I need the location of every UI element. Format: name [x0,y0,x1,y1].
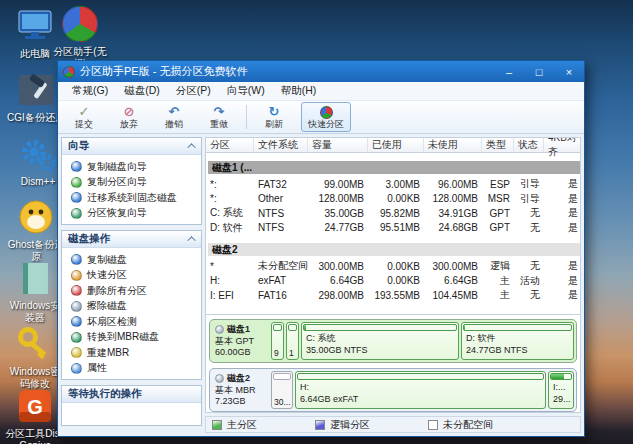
discard-button[interactable]: ⊘放弃 [111,102,147,132]
desktop-icon-diskgenius[interactable]: G分区工具DiskGenius [5,386,65,444]
sidebar-item-bad-sector-check[interactable]: 坏扇区检测 [64,314,199,330]
table-cell[interactable]: 24.68GB [424,221,482,236]
table-cell[interactable]: 是 [544,288,581,303]
sidebar-item-convert-to-mbr[interactable]: 转换到MBR磁盘 [64,330,199,346]
partition-block[interactable]: H:6.64GB exFAT [295,371,546,409]
table-cell[interactable]: 引导 [514,192,544,207]
table-cell[interactable]: 是 [544,259,581,274]
disk-group-row[interactable]: 磁盘1 (... [208,161,580,174]
table-cell[interactable]: 34.91GB [424,206,482,221]
column-header[interactable]: 未使用 [424,138,482,153]
table-cell[interactable]: 无 [514,259,544,274]
table-cell[interactable]: GPT [482,221,514,236]
column-header[interactable]: 容量 [308,138,368,153]
partition-block[interactable]: C: 系统35.00GB NTFS [301,322,459,360]
submit-button[interactable]: ✓提交 [66,102,102,132]
table-cell[interactable]: 逻辑 [482,259,514,274]
table-cell[interactable]: 6.64GB [308,274,368,289]
redo-button[interactable]: ↷重做 [201,102,237,132]
table-cell[interactable]: 0.00KB [368,259,424,274]
table-cell[interactable]: C: 系统 [206,206,254,221]
table-cell[interactable]: 193.55MB [368,288,424,303]
refresh-button[interactable]: ↻刷新 [256,102,292,132]
table-cell[interactable]: 无 [514,221,544,236]
table-cell[interactable]: 引导 [514,177,544,192]
table-cell[interactable]: 无 [514,206,544,221]
table-cell[interactable]: 104.45MB [424,288,482,303]
table-cell[interactable]: 99.00MB [308,177,368,192]
table-cell[interactable]: 是 [544,221,581,236]
menu-item[interactable]: 磁盘(D) [116,82,168,100]
disk-panel-磁盘1[interactable]: 磁盘1基本 GPT60.00GB91C: 系统35.00GB NTFSD: 软件… [209,319,577,363]
table-cell[interactable]: FAT16 [254,288,308,303]
table-cell[interactable]: NTFS [254,206,308,221]
desktop-icon-windows-installer[interactable]: Windows安装器 [5,258,65,323]
table-cell[interactable]: 6.64GB [424,274,482,289]
table-cell[interactable]: GPT [482,206,514,221]
table-cell[interactable]: 95.82MB [368,206,424,221]
table-cell[interactable]: 0.00KB [368,192,424,207]
column-header[interactable]: 4KB对齐 [544,138,581,153]
sidebar-item-copy-partition-wizard[interactable]: 复制分区向导 [64,175,199,191]
table-cell[interactable]: 无 [514,288,544,303]
menu-item[interactable]: 常规(G) [64,82,116,100]
table-cell[interactable]: I: EFI [206,288,254,303]
partition-block[interactable]: 30... [271,371,293,409]
column-header[interactable]: 状态 [514,138,544,153]
table-cell[interactable]: Other [254,192,308,207]
table-cell[interactable]: 活动 [514,274,544,289]
table-cell[interactable]: D: 软件 [206,221,254,236]
table-cell[interactable]: 96.00MB [424,177,482,192]
table-cell[interactable]: 128.00MB [308,192,368,207]
minimize-button[interactable]: – [494,61,524,82]
table-cell[interactable]: 3.00MB [368,177,424,192]
quick-partition-button[interactable]: 快速分区 [301,102,351,132]
table-cell[interactable]: ESP [482,177,514,192]
column-header[interactable]: 已使用 [368,138,424,153]
table-cell[interactable]: 是 [544,206,581,221]
table-cell[interactable]: 35.00GB [308,206,368,221]
menu-item[interactable]: 向导(W) [219,82,273,100]
table-cell[interactable]: 是 [544,177,581,192]
table-cell[interactable]: 是 [544,274,581,289]
table-cell[interactable]: *: [206,192,254,207]
sidebar-item-delete-all-partitions[interactable]: 删除所有分区 [64,283,199,299]
partition-block[interactable]: I:...29... [548,371,574,409]
partition-block[interactable]: D: 软件24.77GB NTFS [461,322,574,360]
disk-group-row[interactable]: 磁盘2 [208,243,580,256]
table-cell[interactable]: MSR [482,192,514,207]
pending-operations-list[interactable] [62,403,201,425]
partition-block[interactable]: 1 [286,322,299,360]
sidebar-item-quick-partition[interactable]: 快速分区 [64,268,199,284]
table-cell[interactable]: 298.00MB [308,288,368,303]
maximize-button[interactable]: □ [524,61,554,82]
sidebar-item-copy-disk[interactable]: 复制磁盘 [64,252,199,268]
menu-item[interactable]: 分区(P) [168,82,219,100]
table-cell[interactable]: FAT32 [254,177,308,192]
desktop-icon-windows-password[interactable]: Windows密码修改 [5,324,65,389]
sidebar-item-rebuild-mbr[interactable]: 重建MBR [64,345,199,361]
collapse-chevron-icon[interactable] [187,143,195,151]
partition-block[interactable]: 9 [271,322,284,360]
sidebar-item-wipe-disk[interactable]: 擦除磁盘 [64,299,199,315]
table-cell[interactable]: exFAT [254,274,308,289]
window-titlebar[interactable]: 分区助手PE版 - 无损分区免费软件 – □ × [58,61,584,82]
table-cell[interactable]: 300.00MB [424,259,482,274]
sidebar-item-copy-disk-wizard[interactable]: 复制磁盘向导 [64,159,199,175]
column-header[interactable]: 文件系统 [254,138,308,153]
table-cell[interactable]: 24.77GB [308,221,368,236]
table-cell[interactable]: 未分配空间 [254,259,308,274]
table-cell[interactable]: 主 [482,274,514,289]
menu-item[interactable]: 帮助(H) [273,82,325,100]
sidebar-item-properties[interactable]: 属性 [64,361,199,377]
table-cell[interactable]: *: [206,177,254,192]
table-cell[interactable]: * [206,259,254,274]
table-cell[interactable]: NTFS [254,221,308,236]
table-cell[interactable]: 是 [544,192,581,207]
sidebar-item-migrate-os-to-ssd[interactable]: 迁移系统到固态磁盘 [64,190,199,206]
disk-panel-磁盘2[interactable]: 磁盘2基本 MBR7.23GB30...H:6.64GB exFATI:...2… [209,368,577,412]
table-cell[interactable]: 0.00KB [368,274,424,289]
column-header[interactable]: 类型 [482,138,514,153]
table-cell[interactable]: 128.00MB [424,192,482,207]
table-cell[interactable]: 主 [482,288,514,303]
